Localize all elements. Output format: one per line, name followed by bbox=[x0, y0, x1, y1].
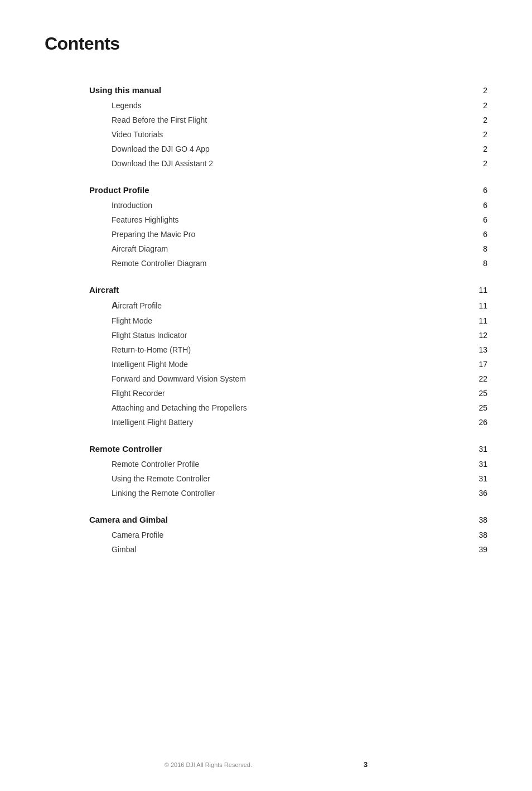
toc-item-label: Gimbal bbox=[112, 545, 136, 554]
toc-item-label: Download the DJI GO 4 App bbox=[112, 144, 210, 153]
toc-item[interactable]: Flight Status Indicator12 bbox=[89, 328, 487, 343]
toc-item-label: Read Before the First Flight bbox=[112, 115, 207, 124]
toc-item-page: 25 bbox=[471, 389, 487, 398]
toc-item[interactable]: Using the Remote Controller31 bbox=[89, 471, 487, 486]
toc-item[interactable]: Download the DJI GO 4 App2 bbox=[89, 142, 487, 156]
toc-item[interactable]: Remote Controller Profile31 bbox=[89, 457, 487, 471]
toc-item-label: Legends bbox=[112, 101, 142, 110]
toc-item[interactable]: Aircraft Diagram8 bbox=[89, 242, 487, 256]
section-header[interactable]: Aircraft11 bbox=[89, 282, 487, 298]
toc-item-label: Intelligent Flight Battery bbox=[112, 418, 193, 427]
toc-item-label: Aircraft Profile bbox=[112, 301, 162, 311]
toc-item-page: 11 bbox=[471, 316, 487, 325]
toc-item-page: 22 bbox=[471, 374, 487, 383]
toc-item-page: 2 bbox=[471, 101, 487, 110]
toc-section-camera-and-gimbal: Camera and Gimbal38Camera Profile38Gimba… bbox=[89, 512, 487, 557]
toc-item[interactable]: Attaching and Detaching the Propellers25 bbox=[89, 401, 487, 415]
toc-item[interactable]: Return-to-Home (RTH)13 bbox=[89, 343, 487, 357]
toc-item-page: 39 bbox=[471, 545, 487, 554]
toc-item-label: Flight Mode bbox=[112, 316, 152, 325]
section-page: 31 bbox=[471, 445, 487, 454]
page: Contents Using this manual2Legends2Read … bbox=[0, 0, 532, 791]
toc-item-page: 2 bbox=[471, 130, 487, 139]
toc-item-label: Forward and Downward Vision System bbox=[112, 374, 246, 383]
toc-item-page: 2 bbox=[471, 144, 487, 153]
footer-copyright: © 2016 DJI All Rights Reserved. bbox=[165, 761, 252, 768]
toc-item-page: 6 bbox=[471, 215, 487, 224]
toc-item-label: Features Highlights bbox=[112, 215, 179, 224]
toc-item-label: Aircraft Diagram bbox=[112, 244, 168, 253]
footer-page-number: 3 bbox=[364, 760, 367, 769]
toc-item-page: 11 bbox=[471, 301, 487, 310]
toc-item[interactable]: Introduction6 bbox=[89, 198, 487, 213]
section-title: Camera and Gimbal bbox=[89, 515, 168, 524]
toc-section-remote-controller: Remote Controller31Remote Controller Pro… bbox=[89, 441, 487, 500]
section-page: 38 bbox=[471, 515, 487, 524]
toc-item[interactable]: Gimbal39 bbox=[89, 542, 487, 557]
section-page: 2 bbox=[471, 86, 487, 95]
toc-item-label: Video Tutorials bbox=[112, 130, 163, 139]
toc-section-using-this-manual: Using this manual2Legends2Read Before th… bbox=[89, 82, 487, 171]
toc-item-page: 25 bbox=[471, 403, 487, 412]
toc-item[interactable]: Flight Recorder25 bbox=[89, 386, 487, 401]
toc-item[interactable]: Camera Profile38 bbox=[89, 528, 487, 542]
toc-item[interactable]: Remote Controller Diagram8 bbox=[89, 256, 487, 271]
section-header[interactable]: Remote Controller31 bbox=[89, 441, 487, 457]
toc-item-label: Download the DJI Assistant 2 bbox=[112, 159, 213, 168]
toc-item-label: Remote Controller Diagram bbox=[112, 259, 206, 268]
section-page: 11 bbox=[471, 286, 487, 295]
toc-item[interactable]: Video Tutorials2 bbox=[89, 127, 487, 142]
toc-item[interactable]: Download the DJI Assistant 22 bbox=[89, 156, 487, 171]
page-title: Contents bbox=[45, 33, 487, 54]
toc-item[interactable]: Linking the Remote Controller36 bbox=[89, 486, 487, 500]
toc-item[interactable]: Flight Mode11 bbox=[89, 313, 487, 328]
toc-item-label: Camera Profile bbox=[112, 530, 163, 539]
toc-item-label: Return-to-Home (RTH) bbox=[112, 345, 191, 354]
toc-item-page: 26 bbox=[471, 418, 487, 427]
toc-item-label: Flight Status Indicator bbox=[112, 331, 187, 340]
section-header[interactable]: Product Profile6 bbox=[89, 182, 487, 198]
toc-item-page: 12 bbox=[471, 331, 487, 340]
toc-item-label: Introduction bbox=[112, 201, 152, 210]
section-header[interactable]: Using this manual2 bbox=[89, 82, 487, 98]
toc-item-page: 2 bbox=[471, 115, 487, 124]
section-title: Aircraft bbox=[89, 285, 119, 295]
toc-item[interactable]: Intelligent Flight Mode17 bbox=[89, 357, 487, 372]
section-title: Product Profile bbox=[89, 185, 149, 195]
toc-item-page: 13 bbox=[471, 345, 487, 354]
toc-item[interactable]: Forward and Downward Vision System22 bbox=[89, 372, 487, 386]
toc-item-label: Using the Remote Controller bbox=[112, 474, 210, 483]
toc-item-page: 36 bbox=[471, 489, 487, 498]
toc-section-product-profile: Product Profile6Introduction6Features Hi… bbox=[89, 182, 487, 271]
toc-item-page: 2 bbox=[471, 159, 487, 168]
toc-item[interactable]: Features Highlights6 bbox=[89, 213, 487, 227]
toc-item-label: Intelligent Flight Mode bbox=[112, 360, 188, 369]
section-page: 6 bbox=[471, 186, 487, 195]
toc-item-label: Remote Controller Profile bbox=[112, 460, 199, 469]
toc-item-page: 31 bbox=[471, 474, 487, 483]
toc-item[interactable]: Preparing the Mavic Pro6 bbox=[89, 227, 487, 242]
toc-item[interactable]: Aircraft Profile11 bbox=[89, 298, 487, 313]
section-header[interactable]: Camera and Gimbal38 bbox=[89, 512, 487, 528]
toc-item-page: 8 bbox=[471, 259, 487, 268]
toc-item-page: 38 bbox=[471, 530, 487, 539]
toc-container: Using this manual2Legends2Read Before th… bbox=[45, 82, 487, 557]
footer: © 2016 DJI All Rights Reserved. 3 bbox=[0, 760, 532, 769]
toc-item-label: Flight Recorder bbox=[112, 389, 165, 398]
toc-item-page: 31 bbox=[471, 460, 487, 469]
section-title: Remote Controller bbox=[89, 444, 162, 454]
toc-item-label: Preparing the Mavic Pro bbox=[112, 230, 195, 239]
toc-item-page: 17 bbox=[471, 360, 487, 369]
toc-item-page: 6 bbox=[471, 201, 487, 210]
toc-item-label: Linking the Remote Controller bbox=[112, 489, 215, 498]
section-title: Using this manual bbox=[89, 85, 161, 95]
toc-item[interactable]: Intelligent Flight Battery26 bbox=[89, 415, 487, 430]
toc-item-page: 6 bbox=[471, 230, 487, 239]
toc-item[interactable]: Read Before the First Flight2 bbox=[89, 113, 487, 127]
toc-item-page: 8 bbox=[471, 244, 487, 253]
toc-item[interactable]: Legends2 bbox=[89, 98, 487, 113]
toc-section-aircraft: Aircraft11Aircraft Profile11Flight Mode1… bbox=[89, 282, 487, 430]
toc-item-label: Attaching and Detaching the Propellers bbox=[112, 403, 247, 412]
